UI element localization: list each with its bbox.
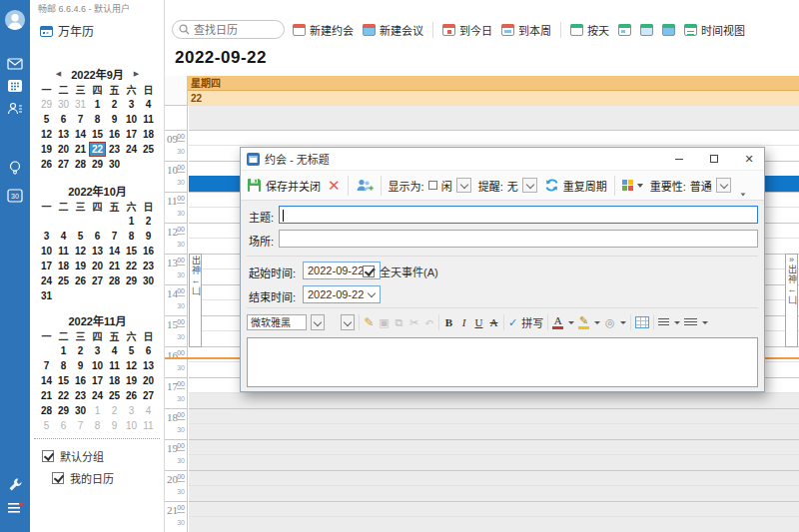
day-cell[interactable]: 5 — [38, 112, 55, 127]
event-strip-right[interactable]: » 出神←凵 — [785, 254, 798, 347]
insert-table-icon[interactable] — [635, 316, 649, 328]
view-day-button[interactable]: 按天 — [570, 22, 609, 38]
calendar-group-toggle[interactable]: 默认分组 — [42, 445, 160, 467]
calendar-date-icon[interactable]: 30 — [0, 188, 30, 203]
day-cell[interactable]: 19 — [123, 373, 140, 388]
dialog-titlebar[interactable]: 约会 - 无标题 ✕ — [241, 148, 764, 170]
day-cell[interactable]: 26 — [38, 157, 55, 172]
day-cell[interactable]: 8 — [89, 112, 106, 127]
day-cell[interactable]: 22 — [123, 259, 140, 273]
maximize-icon[interactable] — [699, 148, 729, 170]
undo-icon[interactable]: ↶ — [423, 316, 434, 329]
show-as-control[interactable]: 显示为: 闲 — [389, 178, 471, 194]
day-cell[interactable]: 10 — [89, 358, 106, 373]
view-month-button[interactable] — [662, 24, 675, 36]
day-cell[interactable]: 17 — [38, 259, 55, 273]
day-cell[interactable]: 31 — [72, 97, 89, 112]
day-cell[interactable]: 26 — [123, 388, 140, 403]
align-dropdown-icon[interactable] — [674, 321, 680, 324]
reminder-dropdown-icon[interactable] — [522, 178, 537, 193]
day-cell[interactable] — [38, 343, 55, 358]
day-cell[interactable]: 18 — [55, 259, 72, 273]
next-month-icon[interactable]: ▶ — [134, 70, 139, 78]
day-cell[interactable] — [55, 288, 72, 303]
cut-icon[interactable]: ✂ — [408, 316, 419, 329]
day-cell[interactable]: 9 — [106, 112, 123, 127]
day-cell[interactable]: 6 — [55, 418, 72, 433]
day-cell[interactable]: 6 — [89, 229, 106, 244]
search-input[interactable] — [194, 24, 272, 36]
day-cell[interactable]: 11 — [140, 418, 157, 433]
day-cell[interactable]: 11 — [140, 112, 157, 127]
copy-icon[interactable]: ⧉ — [394, 316, 404, 329]
day-cell[interactable]: 24 — [38, 273, 55, 288]
minimize-icon[interactable] — [664, 148, 694, 170]
day-cell[interactable]: 28 — [72, 157, 89, 172]
day-cell[interactable]: 19 — [38, 142, 55, 157]
day-cell[interactable]: 8 — [123, 229, 140, 244]
go-today-button[interactable]: 到今日 — [442, 22, 492, 38]
day-cell[interactable]: 30 — [140, 273, 157, 288]
delete-icon[interactable]: ✕ — [328, 177, 341, 195]
view-workweek-button[interactable] — [618, 24, 631, 36]
day-cell[interactable]: 21 — [38, 388, 55, 403]
show-as-dropdown-icon[interactable] — [456, 178, 471, 193]
balloon-icon[interactable] — [0, 161, 30, 177]
day-cell[interactable]: 25 — [55, 273, 72, 288]
day-cell[interactable]: 7 — [72, 418, 89, 433]
day-cell[interactable]: 25 — [106, 388, 123, 403]
day-name-header[interactable]: 星期四 — [188, 76, 799, 91]
event-strip-left[interactable]: 出神←凵 — [189, 254, 202, 347]
day-cell[interactable] — [72, 288, 89, 303]
importance-control[interactable]: 重要性: 普通 — [650, 178, 731, 194]
list-dropdown-icon[interactable] — [702, 321, 708, 324]
menu-unread-icon[interactable] — [0, 502, 30, 514]
category-picker[interactable] — [622, 180, 643, 191]
day-cell[interactable]: 11 — [55, 244, 72, 259]
font-name-select[interactable]: 微软雅黑 — [247, 314, 307, 330]
day-cell[interactable]: 7 — [106, 229, 123, 244]
day-cell[interactable]: 3 — [123, 403, 140, 418]
day-cell[interactable]: 1 — [55, 343, 72, 358]
new-meeting-button[interactable]: 新建会议 — [363, 22, 423, 38]
day-cell[interactable]: 27 — [55, 157, 72, 172]
font-size-dropdown-icon[interactable] — [341, 314, 355, 330]
day-cell[interactable]: 11 — [106, 358, 123, 373]
day-cell[interactable] — [106, 288, 123, 303]
day-cell[interactable]: 10 — [123, 418, 140, 433]
toolbar-overflow-icon[interactable] — [740, 193, 745, 196]
subject-field[interactable] — [279, 206, 758, 224]
day-cell[interactable] — [89, 288, 106, 303]
day-cell[interactable]: 15 — [123, 244, 140, 259]
day-cell[interactable]: 13 — [140, 358, 157, 373]
day-cell[interactable]: 29 — [89, 157, 106, 172]
day-cell[interactable]: 5 — [123, 343, 140, 358]
spellcheck-icon[interactable]: ✓ — [508, 316, 517, 329]
font-color-button[interactable]: A — [552, 315, 563, 329]
contacts-icon[interactable] — [0, 102, 30, 116]
day-cell[interactable]: 7 — [38, 358, 55, 373]
day-cell[interactable] — [89, 214, 106, 229]
day-cell[interactable]: 3 — [38, 229, 55, 244]
mail-icon[interactable] — [0, 56, 30, 72]
day-cell[interactable]: 2 — [106, 403, 123, 418]
day-cell[interactable]: 29 — [38, 97, 55, 112]
day-cell[interactable]: 30 — [55, 97, 72, 112]
day-cell[interactable]: 20 — [55, 142, 72, 157]
day-cell[interactable]: 28 — [38, 403, 55, 418]
end-date-select[interactable]: 2022-09-22 — [303, 285, 381, 303]
view-timeline-button[interactable]: 时间视图 — [684, 22, 745, 38]
day-cell[interactable]: 30 — [106, 157, 123, 172]
font-dropdown-icon[interactable] — [311, 314, 325, 330]
view-week-button[interactable] — [640, 24, 653, 36]
day-cell[interactable]: 23 — [72, 388, 89, 403]
strikethrough-button[interactable]: A — [488, 316, 499, 328]
day-cell[interactable]: 21 — [72, 142, 89, 157]
day-cell[interactable] — [123, 288, 140, 303]
day-cell[interactable]: 7 — [72, 112, 89, 127]
italic-button[interactable]: I — [458, 316, 469, 328]
day-cell[interactable]: 3 — [123, 97, 140, 112]
stamp-dropdown-icon[interactable] — [620, 321, 626, 324]
go-week-button[interactable]: 到本周 — [501, 22, 551, 38]
checkbox-checked-icon[interactable] — [42, 450, 54, 462]
